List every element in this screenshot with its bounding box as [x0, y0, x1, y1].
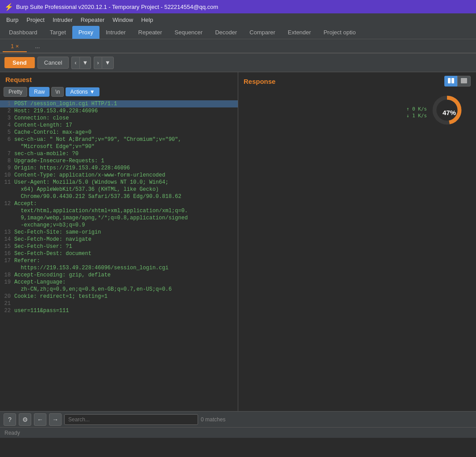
donut-chart: 47%: [431, 95, 467, 130]
single-view-button[interactable]: [457, 76, 471, 86]
split-view-icon: [447, 78, 455, 84]
code-line-2: 2 Host: 219.153.49.228:46096: [0, 107, 238, 115]
menu-help[interactable]: Help: [137, 16, 157, 24]
code-line-6b: "Microsoft Edge";v="90": [0, 143, 238, 150]
request-subtabs: Pretty Raw \n Actions ▼: [0, 87, 238, 99]
burp-icon: ⚡: [4, 3, 13, 11]
toolbar: Send Cancel ‹ ▼ › ▼: [0, 54, 476, 72]
nav-forward-dropdown[interactable]: ▼: [102, 57, 114, 69]
code-line-12c: 9,image/webp,image/apng,*/*;q=0.8,applic…: [0, 214, 238, 222]
code-line-20: 20 Cookie: redirect=1; testing=1: [0, 293, 238, 300]
request-tab-newline[interactable]: \n: [51, 87, 64, 97]
repeater-tab-more[interactable]: ...: [27, 41, 48, 52]
donut-label: 47%: [443, 109, 456, 116]
code-line-1: 1 POST /session_login.cgi HTTP/1.1: [0, 100, 238, 107]
tab-comparer[interactable]: Comparer: [243, 26, 281, 39]
svg-rect-1: [451, 78, 454, 83]
code-line-22: 22 user=111&pass=111: [0, 307, 238, 314]
code-line-9: 9 Origin: https://219.153.49.228:46096: [0, 165, 238, 172]
code-line-19b: zh-CN,zh;q=0.9,en;q=0.8,en-GB;q=0.7,en-U…: [0, 286, 238, 293]
request-header: Request: [0, 72, 238, 87]
nav-back-button[interactable]: ‹: [71, 57, 79, 69]
tab-decoder[interactable]: Decoder: [209, 26, 243, 39]
request-tab-raw[interactable]: Raw: [29, 87, 50, 97]
code-line-15: 15 Sec-Fetch-User: ?1: [0, 243, 238, 250]
repeater-tabs: 1 × ...: [0, 39, 476, 54]
top-tabs: Dashboard Target Proxy Intruder Repeater…: [0, 26, 476, 39]
request-tab-pretty[interactable]: Pretty: [4, 87, 27, 97]
tab-dashboard[interactable]: Dashboard: [3, 26, 44, 39]
search-input[interactable]: [64, 414, 198, 425]
code-line-21: 21: [0, 300, 238, 307]
split-view-button[interactable]: [444, 76, 457, 86]
request-panel: Request Pretty Raw \n Actions ▼ 1 POST /…: [0, 72, 238, 411]
tab-sequencer[interactable]: Sequencer: [168, 26, 209, 39]
tab-project-options[interactable]: Project optio: [317, 26, 362, 39]
svg-rect-0: [448, 78, 451, 83]
view-toggle-group: [444, 76, 471, 86]
menu-bar: Burp Project Intruder Repeater Window He…: [0, 13, 476, 26]
panels: Request Pretty Raw \n Actions ▼ 1 POST /…: [0, 72, 476, 411]
code-line-14: 14 Sec-Fetch-Mode: navigate: [0, 236, 238, 243]
code-line-6: 6 sec-ch-ua: " Not A;Brand";v="99", "Chr…: [0, 136, 238, 143]
svg-rect-2: [461, 78, 467, 83]
cancel-button[interactable]: Cancel: [37, 57, 69, 69]
code-line-11: 11 User-Agent: Mozilla/5.0 (Windows NT 1…: [0, 179, 238, 186]
title-text: Burp Suite Professional v2020.12.1 - Tem…: [16, 4, 218, 10]
code-line-12: 12 Accept:: [0, 200, 238, 207]
single-view-icon: [460, 78, 468, 84]
nav-forward-button[interactable]: ›: [94, 57, 101, 69]
actions-label: Actions: [70, 89, 87, 95]
menu-repeater[interactable]: Repeater: [77, 16, 108, 24]
download-speed: ↓ 1 K/s: [406, 113, 427, 119]
code-line-16: 16 Sec-Fetch-Dest: document: [0, 250, 238, 257]
code-line-17: 17 Referer:: [0, 257, 238, 264]
menu-project[interactable]: Project: [23, 16, 48, 24]
menu-burp[interactable]: Burp: [3, 16, 22, 24]
title-bar: ⚡ Burp Suite Professional v2020.12.1 - T…: [0, 0, 476, 13]
code-line-10: 10 Content-Type: application/x-www-form-…: [0, 172, 238, 179]
nav-back-dropdown[interactable]: ▼: [79, 57, 91, 69]
code-line-11c: Chrome/90.0.4430.212 Safari/537.36 Edg/9…: [0, 193, 238, 200]
code-line-19: 19 Accept-Language:: [0, 279, 238, 286]
request-title: Request: [5, 76, 32, 83]
tab-repeater[interactable]: Repeater: [132, 26, 168, 39]
status-text: Ready: [4, 430, 20, 436]
status-bar: Ready: [0, 427, 476, 438]
tab-intruder[interactable]: Intruder: [99, 26, 132, 39]
code-line-18: 18 Accept-Encoding: gzip, deflate: [0, 272, 238, 279]
actions-button[interactable]: Actions ▼: [66, 87, 99, 96]
upload-speed: ↑ 0 K/s: [406, 106, 427, 112]
repeater-tab-1[interactable]: 1 ×: [3, 41, 27, 52]
code-line-5: 5 Cache-Control: max-age=0: [0, 129, 238, 136]
request-code[interactable]: 1 POST /session_login.cgi HTTP/1.1 2 Hos…: [0, 99, 238, 411]
code-line-12b: text/html,application/xhtml+xml,applicat…: [0, 207, 238, 214]
gauge-area: ↑ 0 K/s ↓ 1 K/s 47%: [406, 95, 467, 130]
bottom-bar: ? ⚙ ← → 0 matches: [0, 411, 476, 427]
code-line-12d: -exchange;v=b3;q=0.9: [0, 222, 238, 229]
settings-button[interactable]: ⚙: [19, 413, 31, 426]
code-line-11b: x64) AppleWebKit/537.36 (KHTML, like Gec…: [0, 186, 238, 193]
response-title: Response: [244, 78, 276, 85]
code-line-8: 8 Upgrade-Insecure-Requests: 1: [0, 157, 238, 165]
code-line-4: 4 Content-Length: 17: [0, 122, 238, 129]
code-line-3: 3 Connection: close: [0, 115, 238, 122]
nav-back-group: ‹ ▼: [71, 57, 91, 69]
actions-dropdown-icon: ▼: [90, 89, 95, 95]
menu-window[interactable]: Window: [109, 16, 137, 24]
matches-text: 0 matches: [201, 416, 225, 423]
speed-info: ↑ 0 K/s ↓ 1 K/s: [406, 106, 427, 119]
response-panel: Response ↑ 0 K/s ↓ 1 K/s: [238, 72, 476, 411]
tab-target[interactable]: Target: [44, 26, 72, 39]
menu-intruder[interactable]: Intruder: [49, 16, 76, 24]
nav-next-button[interactable]: →: [49, 413, 62, 426]
nav-forward-group: › ▼: [94, 57, 113, 69]
code-line-7: 7 sec-ch-ua-mobile: ?0: [0, 150, 238, 157]
code-line-17b: https://219.153.49.228:46096/session_log…: [0, 264, 238, 272]
help-button[interactable]: ?: [4, 413, 16, 426]
tab-extender[interactable]: Extender: [281, 26, 317, 39]
send-button[interactable]: Send: [4, 57, 35, 68]
nav-prev-button[interactable]: ←: [34, 413, 46, 426]
code-line-13: 13 Sec-Fetch-Site: same-origin: [0, 229, 238, 236]
tab-proxy[interactable]: Proxy: [72, 26, 99, 39]
